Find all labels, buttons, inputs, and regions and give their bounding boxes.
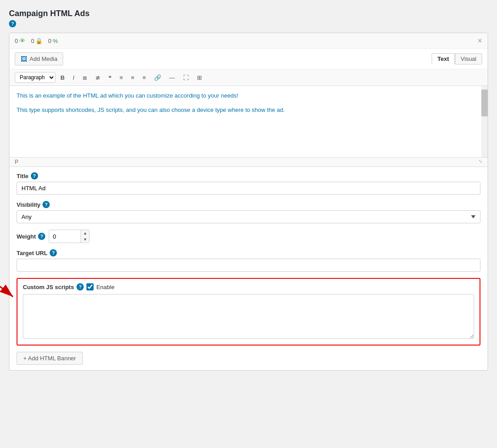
- editor-content-line1: This is an example of the HTML ad which …: [17, 91, 480, 100]
- enable-label[interactable]: Enable: [96, 284, 114, 290]
- ol-button[interactable]: ≢: [92, 73, 103, 83]
- format-select[interactable]: Paragraph: [15, 72, 56, 83]
- page-title: Campaign HTML Ads: [9, 9, 488, 18]
- percent-count: 0: [48, 38, 51, 44]
- visibility-help-icon[interactable]: ?: [43, 201, 50, 208]
- scrollbar[interactable]: [481, 86, 488, 157]
- bold-button[interactable]: B: [57, 73, 68, 83]
- weight-label: Weight ?: [17, 233, 45, 240]
- add-media-label: Add Media: [30, 55, 57, 62]
- editor-content[interactable]: This is an example of the HTML ad which …: [9, 86, 488, 158]
- title-input[interactable]: [17, 182, 480, 195]
- table-button[interactable]: ⊞: [194, 73, 205, 83]
- page-help-icon[interactable]: ?: [9, 20, 16, 27]
- align-center-button[interactable]: ≡: [128, 73, 138, 83]
- add-media-button[interactable]: 🖼 Add Media: [15, 52, 63, 65]
- visibility-label: Visibility: [17, 201, 40, 208]
- weight-spinner: ▲ ▼: [81, 230, 89, 243]
- tab-visual[interactable]: Visual: [455, 53, 482, 64]
- views-stat: 0 👁: [15, 37, 26, 44]
- editor-toolbar: Paragraph B I ≣ ≢ ❝ ≡ ≡ ≡ 🔗 — ⛶ ⊞: [9, 69, 488, 86]
- lock-icon: 🔒: [35, 38, 43, 44]
- title-help-icon[interactable]: ?: [31, 172, 38, 179]
- italic-button[interactable]: I: [69, 73, 77, 83]
- target-url-field-group: Target URL ?: [17, 249, 480, 272]
- custom-js-help-icon[interactable]: ?: [77, 283, 84, 290]
- custom-js-textarea[interactable]: [23, 294, 474, 339]
- percent-icon: %: [53, 38, 58, 44]
- status-p: P: [15, 159, 18, 165]
- target-url-help-icon[interactable]: ?: [50, 249, 57, 256]
- scroll-thumb: [481, 90, 488, 116]
- clicks-stat: 0 🔒: [31, 38, 43, 44]
- weight-field-group: Weight ? ▲ ▼: [17, 230, 480, 243]
- visibility-field-group: Visibility ? Any: [17, 201, 480, 223]
- percent-stat: 0 %: [48, 38, 58, 44]
- title-label: Title: [17, 173, 29, 179]
- hr-button[interactable]: —: [166, 73, 178, 83]
- fullscreen-button[interactable]: ⛶: [180, 73, 192, 83]
- weight-up-button[interactable]: ▲: [81, 230, 89, 236]
- target-url-input[interactable]: [17, 259, 480, 272]
- add-html-banner-button[interactable]: + Add HTML Banner: [17, 352, 83, 365]
- close-button[interactable]: ×: [477, 37, 482, 45]
- enable-checkbox[interactable]: [86, 283, 94, 290]
- tab-text[interactable]: Text: [432, 53, 455, 64]
- custom-js-label: Custom JS scripts: [23, 284, 74, 290]
- resize-handle[interactable]: ⤡: [479, 159, 482, 165]
- align-left-button[interactable]: ≡: [116, 73, 126, 83]
- weight-input[interactable]: [49, 231, 81, 242]
- title-field-group: Title ?: [17, 172, 480, 195]
- custom-js-header: Custom JS scripts ? Enable: [23, 283, 474, 290]
- editor-content-line2: This type supports shortcodes, JS script…: [17, 106, 480, 115]
- weight-help-icon[interactable]: ?: [38, 233, 45, 240]
- media-icon: 🖼: [21, 55, 27, 63]
- align-right-button[interactable]: ≡: [139, 73, 149, 83]
- clicks-count: 0: [31, 38, 34, 44]
- editor-status-bar: P ⤡: [9, 158, 488, 167]
- weight-input-wrap: ▲ ▼: [49, 230, 90, 243]
- ul-button[interactable]: ≣: [79, 73, 90, 83]
- visibility-select[interactable]: Any: [17, 210, 480, 223]
- weight-down-button[interactable]: ▼: [81, 236, 89, 243]
- target-url-label: Target URL: [17, 250, 47, 256]
- link-button[interactable]: 🔗: [151, 73, 164, 83]
- arrow-annotation: [0, 265, 22, 306]
- views-count: 0: [15, 38, 18, 44]
- quote-button[interactable]: ❝: [105, 73, 115, 83]
- custom-js-section: Custom JS scripts ? Enable: [17, 278, 480, 346]
- eye-icon: 👁: [19, 37, 26, 44]
